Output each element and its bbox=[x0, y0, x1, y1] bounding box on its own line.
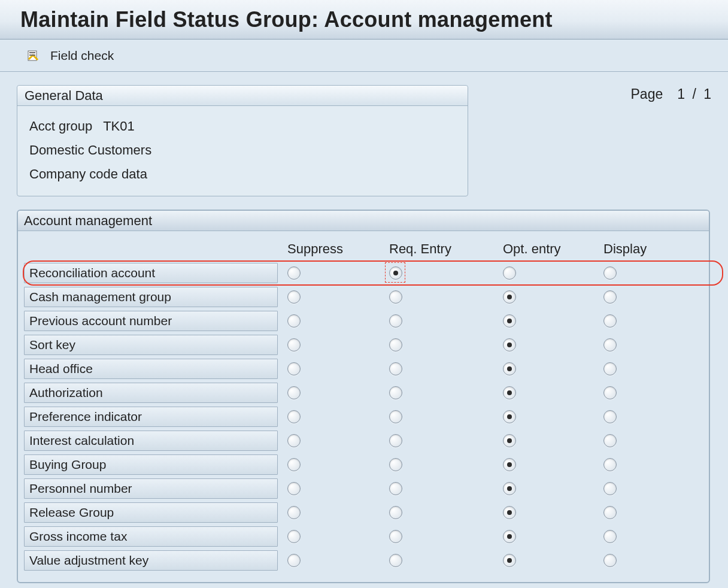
general-data-group: General Data Acct group TK01 Domestic Cu… bbox=[17, 85, 468, 196]
field-label: Previous account number bbox=[24, 311, 278, 331]
radio-req-entry[interactable] bbox=[389, 386, 402, 399]
column-header: Suppress bbox=[287, 241, 389, 257]
radio-opt-entry[interactable] bbox=[503, 314, 516, 328]
radio-opt-entry[interactable] bbox=[503, 554, 516, 567]
radio-req-entry[interactable] bbox=[389, 434, 402, 447]
acct-group-value: TK01 bbox=[103, 114, 135, 138]
field-row: Head office bbox=[24, 357, 700, 381]
radio-display[interactable] bbox=[603, 386, 617, 399]
radio-opt-entry[interactable] bbox=[503, 338, 516, 351]
radio-suppress[interactable] bbox=[287, 410, 301, 423]
radio-req-entry[interactable] bbox=[389, 506, 402, 519]
radio-opt-entry[interactable] bbox=[503, 458, 516, 471]
page-sep: / bbox=[692, 86, 696, 102]
field-label: Authorization bbox=[24, 383, 278, 403]
radio-display[interactable] bbox=[603, 530, 617, 543]
radio-req-entry[interactable] bbox=[389, 458, 402, 471]
field-row: Release Group bbox=[24, 501, 700, 525]
field-row: Value adjustment key bbox=[24, 548, 700, 572]
general-line-2: Domestic Customers bbox=[29, 138, 458, 162]
field-label: Reconciliation account bbox=[24, 263, 278, 283]
field-row: Interest calculation bbox=[24, 429, 700, 453]
field-row: Previous account number bbox=[24, 309, 700, 333]
radio-req-entry[interactable] bbox=[389, 266, 402, 280]
radio-opt-entry[interactable] bbox=[503, 290, 516, 304]
radio-suppress[interactable] bbox=[287, 290, 301, 304]
field-label: Value adjustment key bbox=[24, 550, 278, 571]
field-row: Personnel number bbox=[24, 477, 700, 501]
field-label: Gross income tax bbox=[24, 526, 278, 547]
radio-suppress[interactable] bbox=[287, 458, 301, 471]
radio-display[interactable] bbox=[603, 434, 617, 447]
radio-opt-entry[interactable] bbox=[503, 410, 516, 423]
radio-opt-entry[interactable] bbox=[503, 362, 516, 375]
field-row: Authorization bbox=[24, 381, 700, 405]
radio-display[interactable] bbox=[603, 290, 617, 304]
radio-display[interactable] bbox=[603, 554, 617, 567]
radio-req-entry[interactable] bbox=[389, 314, 402, 328]
acct-group-label: Acct group bbox=[29, 114, 92, 138]
page-label: Page bbox=[631, 86, 663, 102]
radio-suppress[interactable] bbox=[287, 314, 301, 328]
radio-req-entry[interactable] bbox=[389, 362, 402, 375]
toolbar: Field check bbox=[0, 40, 728, 72]
field-row: Sort key bbox=[24, 333, 700, 357]
radio-suppress[interactable] bbox=[287, 530, 301, 543]
radio-req-entry[interactable] bbox=[389, 530, 402, 543]
field-table-header: SuppressReq. EntryOpt. entryDisplay bbox=[24, 237, 700, 261]
page-indicator: Page 1 / 1 bbox=[631, 86, 711, 102]
radio-suppress[interactable] bbox=[287, 386, 301, 399]
field-label: Sort key bbox=[24, 335, 278, 355]
field-label: Release Group bbox=[24, 502, 278, 523]
radio-suppress[interactable] bbox=[287, 554, 301, 567]
radio-display[interactable] bbox=[603, 506, 617, 519]
titlebar: Maintain Field Status Group: Account man… bbox=[0, 0, 728, 40]
radio-req-entry[interactable] bbox=[389, 290, 402, 304]
radio-display[interactable] bbox=[603, 482, 617, 495]
radio-opt-entry[interactable] bbox=[503, 266, 516, 280]
radio-display[interactable] bbox=[603, 338, 617, 351]
field-row: Cash management group bbox=[24, 285, 700, 309]
radio-display[interactable] bbox=[603, 458, 617, 471]
radio-display[interactable] bbox=[603, 410, 617, 423]
radio-opt-entry[interactable] bbox=[503, 506, 516, 519]
column-header: Req. Entry bbox=[389, 241, 503, 257]
radio-opt-entry[interactable] bbox=[503, 530, 516, 543]
page-title: Maintain Field Status Group: Account man… bbox=[20, 7, 553, 32]
radio-req-entry[interactable] bbox=[389, 338, 402, 351]
field-label: Interest calculation bbox=[24, 431, 278, 451]
radio-display[interactable] bbox=[603, 314, 617, 328]
radio-suppress[interactable] bbox=[287, 434, 301, 447]
field-label: Cash management group bbox=[24, 287, 278, 307]
field-row: Reconciliation account bbox=[24, 261, 700, 285]
general-data-title: General Data bbox=[17, 86, 468, 106]
radio-opt-entry[interactable] bbox=[503, 386, 516, 399]
radio-suppress[interactable] bbox=[287, 362, 301, 375]
account-management-title: Account management bbox=[18, 211, 709, 231]
column-header: Opt. entry bbox=[503, 241, 603, 257]
page-current: 1 bbox=[677, 86, 685, 102]
radio-req-entry[interactable] bbox=[389, 410, 402, 423]
svg-rect-1 bbox=[29, 52, 35, 53]
radio-req-entry[interactable] bbox=[389, 482, 402, 495]
radio-opt-entry[interactable] bbox=[503, 434, 516, 447]
field-check-button[interactable]: Field check bbox=[50, 49, 114, 63]
column-header: Display bbox=[603, 241, 699, 257]
radio-suppress[interactable] bbox=[287, 482, 301, 495]
field-label: Preference indicator bbox=[24, 407, 278, 427]
field-check-icon[interactable] bbox=[26, 49, 40, 62]
field-row: Buying Group bbox=[24, 453, 700, 477]
radio-opt-entry[interactable] bbox=[503, 482, 516, 495]
field-label: Personnel number bbox=[24, 478, 278, 499]
radio-display[interactable] bbox=[603, 266, 617, 280]
page-total: 1 bbox=[703, 86, 711, 102]
account-management-panel: Account management SuppressReq. EntryOpt… bbox=[17, 210, 710, 583]
radio-display[interactable] bbox=[603, 362, 617, 375]
radio-req-entry[interactable] bbox=[389, 554, 402, 567]
radio-suppress[interactable] bbox=[287, 338, 301, 351]
radio-suppress[interactable] bbox=[287, 506, 301, 519]
content-area: Page 1 / 1 General Data Acct group TK01 … bbox=[0, 72, 728, 583]
field-label: Head office bbox=[24, 359, 278, 379]
radio-suppress[interactable] bbox=[287, 266, 301, 280]
general-line-3: Company code data bbox=[29, 162, 458, 186]
